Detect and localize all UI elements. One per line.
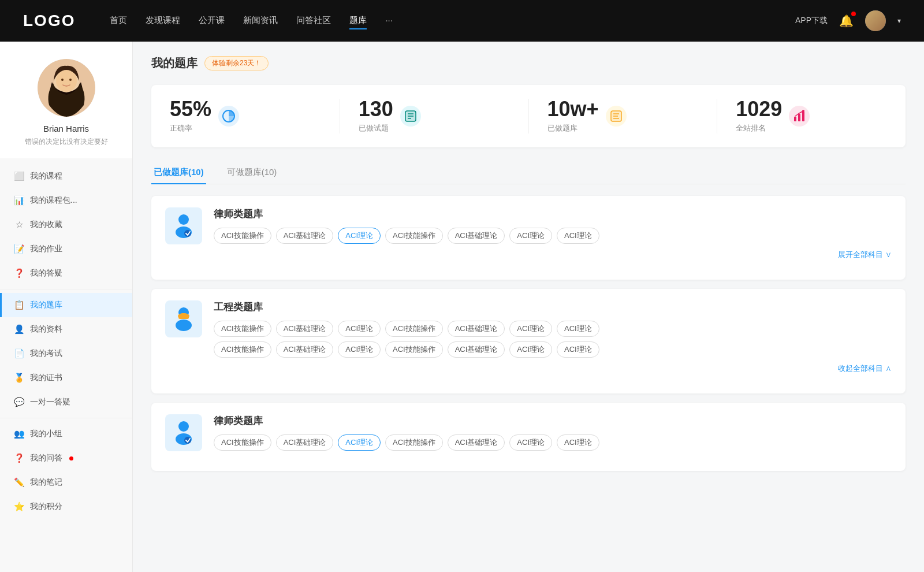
sidebar-item-group[interactable]: 👥 我的小组 bbox=[0, 422, 132, 446]
done-questions-icon bbox=[400, 106, 421, 127]
svg-rect-19 bbox=[802, 112, 804, 121]
profile-icon: 👤 bbox=[14, 324, 24, 335]
tag-eng-r1-5[interactable]: ACI理论 bbox=[509, 321, 552, 337]
tag-lawyer-1-0[interactable]: ACI技能操作 bbox=[214, 228, 271, 244]
svg-point-31 bbox=[184, 437, 191, 444]
tag-eng-r1-3[interactable]: ACI技能操作 bbox=[385, 321, 443, 337]
tag-lawyer-1-5[interactable]: ACI理论 bbox=[509, 228, 552, 244]
tag-lawyer-1-6[interactable]: ACI理论 bbox=[557, 228, 599, 244]
tag-lawyer-2-3[interactable]: ACI技能操作 bbox=[385, 434, 443, 451]
tag-eng-r2-5[interactable]: ACI理论 bbox=[509, 341, 552, 358]
stat-accuracy-value: 55% bbox=[170, 99, 211, 120]
app-download-link[interactable]: APP下载 bbox=[795, 16, 828, 26]
sidebar-item-question-bank[interactable]: 📋 我的题库 bbox=[0, 293, 132, 317]
sidebar-item-notes[interactable]: ✏️ 我的笔记 bbox=[0, 470, 132, 495]
nav-open-course[interactable]: 公开课 bbox=[199, 13, 225, 29]
sidebar-item-questions[interactable]: ❓ 我的答疑 bbox=[0, 261, 132, 285]
tag-eng-r2-3[interactable]: ACI技能操作 bbox=[385, 341, 443, 358]
nav-home[interactable]: 首页 bbox=[110, 13, 127, 29]
stat-accuracy: 55% 正确率 bbox=[151, 99, 340, 133]
tag-lawyer-1-4[interactable]: ACI基础理论 bbox=[448, 228, 505, 244]
question-bank-icon: 📋 bbox=[14, 300, 24, 310]
sidebar-item-my-qa[interactable]: ❓ 我的问答 bbox=[0, 446, 132, 470]
stats-bar: 55% 正确率 130 已做试题 bbox=[151, 85, 906, 147]
page-header: 我的题库 体验剩余23天！ bbox=[151, 55, 906, 71]
profile-section: Brian Harris 错误的决定比没有决定要好 bbox=[0, 42, 132, 158]
qa-dot-badge bbox=[69, 456, 73, 460]
tab-available-banks[interactable]: 可做题库(10) bbox=[225, 161, 280, 184]
tag-eng-r1-0[interactable]: ACI技能操作 bbox=[214, 321, 271, 337]
qb-lawyer-1-title: 律师类题库 bbox=[214, 207, 892, 221]
tag-eng-r1-6[interactable]: ACI理论 bbox=[557, 321, 599, 337]
tag-eng-r1-2[interactable]: ACI理论 bbox=[338, 321, 381, 337]
site-rank-icon bbox=[789, 106, 810, 127]
svg-point-23 bbox=[184, 230, 191, 237]
nav-more[interactable]: ··· bbox=[385, 13, 393, 29]
nav-qa[interactable]: 问答社区 bbox=[296, 13, 331, 29]
nav-question-bank[interactable]: 题库 bbox=[349, 13, 367, 29]
qb-engineer-collapse[interactable]: 收起全部科目 ∧ bbox=[214, 363, 892, 374]
nav-right: APP下载 🔔 ▾ bbox=[795, 10, 901, 31]
tag-lawyer-1-2[interactable]: ACI理论 bbox=[338, 228, 381, 244]
sidebar-item-certificate[interactable]: 🏅 我的证书 bbox=[0, 366, 132, 390]
sidebar-item-points[interactable]: ⭐ 我的积分 bbox=[0, 495, 132, 519]
tag-eng-r1-4[interactable]: ACI基础理论 bbox=[448, 321, 505, 337]
my-qa-icon: ❓ bbox=[14, 453, 24, 463]
qb-engineer-title: 工程类题库 bbox=[214, 300, 892, 314]
notification-bell-icon[interactable]: 🔔 bbox=[839, 14, 854, 28]
tab-done-banks[interactable]: 已做题库(10) bbox=[151, 161, 206, 184]
qb-card-lawyer-1: 律师类题库 ACI技能操作 ACI基础理论 ACI理论 ACI技能操作 ACI基… bbox=[151, 196, 906, 280]
tag-lawyer-2-6[interactable]: ACI理论 bbox=[557, 434, 599, 451]
tag-eng-r2-4[interactable]: ACI基础理论 bbox=[448, 341, 505, 358]
tag-lawyer-2-4[interactable]: ACI基础理论 bbox=[448, 434, 505, 451]
tag-lawyer-1-3[interactable]: ACI技能操作 bbox=[385, 228, 443, 244]
stat-accuracy-label: 正确率 bbox=[170, 123, 211, 133]
accuracy-chart-icon bbox=[218, 106, 239, 127]
svg-rect-18 bbox=[798, 114, 800, 121]
avatar-svg bbox=[38, 59, 95, 117]
main-layout: Brian Harris 错误的决定比没有决定要好 ⬜ 我的课程 📊 我的课程包… bbox=[0, 42, 924, 572]
svg-point-5 bbox=[69, 79, 72, 81]
tag-eng-r2-2[interactable]: ACI理论 bbox=[338, 341, 381, 358]
tag-eng-r1-1[interactable]: ACI基础理论 bbox=[276, 321, 334, 337]
tag-eng-r2-6[interactable]: ACI理论 bbox=[557, 341, 599, 358]
sidebar-item-profile[interactable]: 👤 我的资料 bbox=[0, 317, 132, 341]
svg-rect-17 bbox=[794, 117, 796, 121]
svg-point-25 bbox=[176, 320, 192, 331]
stat-done-questions: 130 已做试题 bbox=[340, 99, 529, 133]
stat-done-banks: 10w+ 已做题库 bbox=[529, 99, 718, 133]
user-menu-chevron-icon[interactable]: ▾ bbox=[897, 17, 901, 25]
page-title: 我的题库 bbox=[151, 55, 198, 71]
username: Brian Harris bbox=[43, 124, 89, 133]
certificate-icon: 🏅 bbox=[14, 373, 24, 383]
sidebar: Brian Harris 错误的决定比没有决定要好 ⬜ 我的课程 📊 我的课程包… bbox=[0, 42, 133, 572]
qb-lawyer-2-tags: ACI技能操作 ACI基础理论 ACI理论 ACI技能操作 ACI基础理论 AC… bbox=[214, 434, 892, 451]
tag-lawyer-1-1[interactable]: ACI基础理论 bbox=[276, 228, 334, 244]
menu-divider-2 bbox=[0, 418, 132, 418]
done-banks-icon bbox=[606, 106, 627, 127]
nav-discover[interactable]: 发现课程 bbox=[146, 13, 180, 29]
sidebar-item-my-courses[interactable]: ⬜ 我的课程 bbox=[0, 164, 132, 188]
svg-point-20 bbox=[802, 110, 804, 112]
tabs: 已做题库(10) 可做题库(10) bbox=[151, 161, 906, 184]
points-icon: ⭐ bbox=[14, 502, 24, 512]
tag-lawyer-2-0[interactable]: ACI技能操作 bbox=[214, 434, 271, 451]
sidebar-item-exam[interactable]: 📄 我的考试 bbox=[0, 341, 132, 366]
course-packages-icon: 📊 bbox=[14, 195, 24, 206]
qb-engineer-icon bbox=[165, 300, 202, 337]
sidebar-item-course-packages[interactable]: 📊 我的课程包... bbox=[0, 188, 132, 213]
sidebar-item-homework[interactable]: 📝 我的作业 bbox=[0, 237, 132, 261]
qb-lawyer-1-expand[interactable]: 展开全部科目 ∨ bbox=[214, 250, 892, 260]
stat-done-questions-value: 130 bbox=[359, 99, 393, 120]
navbar: LOGO 首页 发现课程 公开课 新闻资讯 问答社区 题库 ··· APP下载 … bbox=[0, 0, 924, 42]
user-avatar-nav[interactable] bbox=[865, 10, 886, 31]
tag-eng-r2-0[interactable]: ACI技能操作 bbox=[214, 341, 271, 358]
tag-lawyer-2-1[interactable]: ACI基础理论 bbox=[276, 434, 334, 451]
tag-eng-r2-1[interactable]: ACI基础理论 bbox=[276, 341, 334, 358]
tag-lawyer-2-5[interactable]: ACI理论 bbox=[509, 434, 552, 451]
sidebar-item-tutor[interactable]: 💬 一对一答疑 bbox=[0, 390, 132, 414]
nav-news[interactable]: 新闻资讯 bbox=[243, 13, 278, 29]
qb-lawyer-1-tags: ACI技能操作 ACI基础理论 ACI理论 ACI技能操作 ACI基础理论 AC… bbox=[214, 228, 892, 244]
sidebar-item-favorites[interactable]: ☆ 我的收藏 bbox=[0, 213, 132, 237]
tag-lawyer-2-2[interactable]: ACI理论 bbox=[338, 434, 381, 451]
